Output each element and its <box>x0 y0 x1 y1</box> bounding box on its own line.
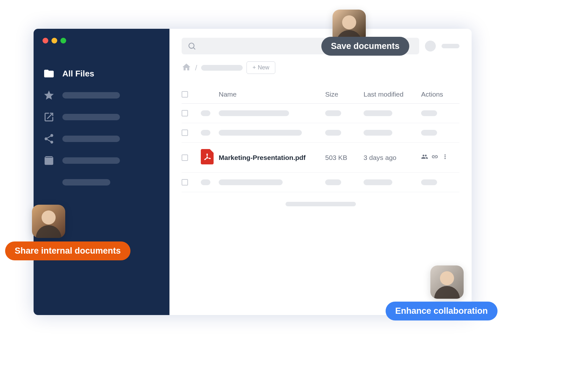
plus-icon: + <box>253 64 256 71</box>
size-placeholder <box>325 130 341 136</box>
new-button-label: New <box>258 64 269 71</box>
select-all-checkbox[interactable] <box>182 91 188 98</box>
file-actions <box>421 153 459 162</box>
modified-placeholder <box>364 130 392 136</box>
file-name: Marketing-Presentation.pdf <box>217 154 325 162</box>
breadcrumb: / + New <box>182 61 459 74</box>
star-icon <box>43 89 55 102</box>
sidebar-item-placeholder <box>62 179 110 186</box>
placeholder-icon <box>43 176 55 189</box>
breadcrumb-placeholder <box>201 65 243 71</box>
pagination-placeholder <box>286 202 356 206</box>
col-size: Size <box>325 91 364 98</box>
actions-placeholder <box>421 110 437 116</box>
file-table: Name Size Last modified Actions <box>182 87 459 192</box>
file-modified: 3 days ago <box>364 154 421 162</box>
row-checkbox[interactable] <box>182 179 188 186</box>
actions-placeholder <box>421 130 437 136</box>
sidebar: All Files <box>34 29 169 315</box>
sidebar-item-archive[interactable] <box>34 150 169 171</box>
actions-placeholder <box>421 179 437 185</box>
share-icon <box>43 132 55 145</box>
size-placeholder <box>325 110 341 116</box>
persona-avatar-2 <box>32 205 65 238</box>
callout-share: Share internal documents <box>5 241 130 260</box>
app-window: All Files <box>34 29 472 315</box>
table-row-active[interactable]: Marketing-Presentation.pdf 503 KB 3 days… <box>182 143 459 173</box>
new-button[interactable]: + New <box>247 61 276 74</box>
table-row[interactable] <box>182 123 459 143</box>
share-users-icon[interactable] <box>421 153 428 162</box>
col-actions: Actions <box>421 91 459 98</box>
table-row[interactable] <box>182 104 459 123</box>
size-placeholder <box>325 179 341 185</box>
sidebar-item-placeholder <box>62 157 120 164</box>
archive-icon <box>43 154 55 167</box>
search-icon <box>187 42 196 51</box>
sidebar-item-placeholder <box>62 114 120 120</box>
svg-line-1 <box>193 48 195 49</box>
sidebar-item-all-files[interactable]: All Files <box>34 63 169 84</box>
persona-avatar-3 <box>430 265 464 299</box>
topbar <box>182 38 459 54</box>
sidebar-item-placeholder <box>62 92 120 99</box>
sidebar-item-generic[interactable] <box>34 171 169 193</box>
breadcrumb-separator: / <box>195 63 197 72</box>
row-checkbox[interactable] <box>182 154 188 161</box>
home-icon[interactable] <box>182 62 191 73</box>
sidebar-item-shared-out[interactable] <box>34 106 169 128</box>
row-checkbox[interactable] <box>182 110 188 116</box>
file-icon-placeholder <box>201 179 210 185</box>
sidebar-item-shared[interactable] <box>34 128 169 150</box>
file-icon-placeholder <box>201 130 210 136</box>
maximize-window-button[interactable] <box>60 38 66 43</box>
close-window-button[interactable] <box>43 38 48 43</box>
modified-placeholder <box>364 110 392 116</box>
more-icon[interactable] <box>442 153 449 162</box>
user-avatar[interactable] <box>425 41 436 51</box>
window-controls <box>34 38 169 43</box>
filename-placeholder <box>219 110 289 116</box>
user-name-placeholder <box>442 44 459 48</box>
pdf-icon <box>201 158 214 166</box>
modified-placeholder <box>364 179 392 185</box>
table-header: Name Size Last modified Actions <box>182 87 459 104</box>
folder-icon <box>43 67 55 80</box>
main-content: / + New Name Size Last modified Actions <box>169 29 472 315</box>
col-name: Name <box>217 91 325 98</box>
filename-placeholder <box>219 179 283 185</box>
file-size: 503 KB <box>325 154 364 162</box>
sidebar-item-label: All Files <box>62 69 94 79</box>
row-checkbox[interactable] <box>182 130 188 136</box>
sidebar-item-favorites[interactable] <box>34 84 169 106</box>
col-modified: Last modified <box>364 91 421 98</box>
svg-point-0 <box>189 43 194 48</box>
share-out-icon <box>43 111 55 123</box>
callout-collab: Enhance collaboration <box>386 302 498 320</box>
minimize-window-button[interactable] <box>51 38 57 43</box>
table-row[interactable] <box>182 173 459 192</box>
filename-placeholder <box>219 130 302 136</box>
callout-save: Save documents <box>321 37 409 56</box>
link-icon[interactable] <box>431 153 438 162</box>
file-icon-placeholder <box>201 110 210 116</box>
sidebar-item-placeholder <box>62 136 120 142</box>
